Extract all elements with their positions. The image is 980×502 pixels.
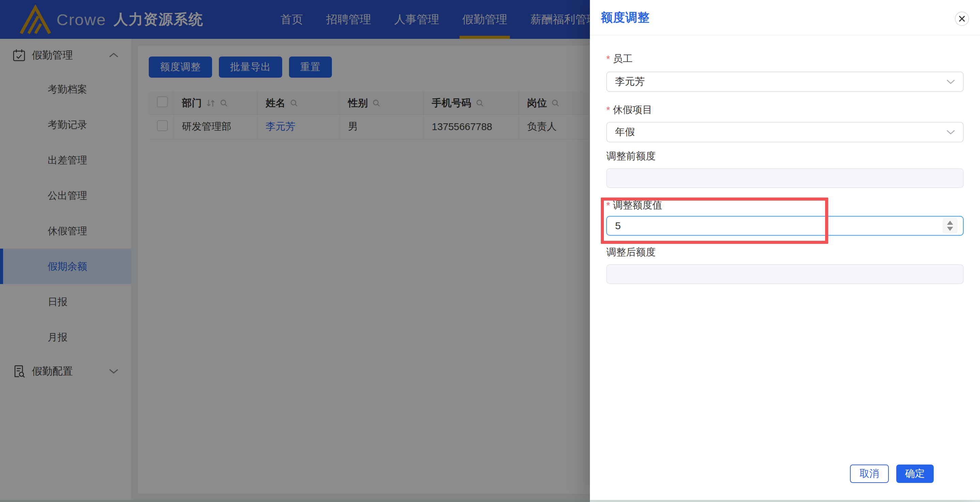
- required-asterisk: *: [606, 200, 610, 211]
- field-label-employee: * 员工: [606, 53, 964, 65]
- field-label-quota-after: 调整后额度: [606, 247, 964, 258]
- application-window: Crowe 人力资源系统 首页 招聘管理 人事管理 假勤管理 薪酬福利管理 假勤…: [0, 0, 980, 502]
- quota-adjust-drawer: 额度调整 * 员工 李元芳: [590, 0, 980, 500]
- adjust-value-number-input[interactable]: 5: [606, 216, 964, 236]
- field-label-leave-type: * 休假项目: [606, 104, 964, 116]
- stepper-up-icon[interactable]: [947, 221, 953, 225]
- number-stepper[interactable]: [943, 218, 958, 234]
- stepper-down-icon[interactable]: [947, 227, 953, 231]
- chevron-down-icon: [946, 129, 956, 135]
- adjust-value: 5: [615, 220, 621, 231]
- cancel-button[interactable]: 取消: [850, 465, 889, 483]
- drawer-footer: 取消 确定: [850, 465, 934, 483]
- required-asterisk: *: [606, 105, 610, 116]
- drawer-header: 额度调整: [590, 0, 980, 35]
- required-asterisk: *: [606, 53, 610, 65]
- chevron-down-icon: [946, 79, 956, 84]
- employee-select[interactable]: 李元芳: [606, 72, 964, 92]
- employee-select-value: 李元芳: [615, 75, 645, 89]
- close-icon[interactable]: [955, 11, 969, 26]
- confirm-button[interactable]: 确定: [896, 465, 934, 483]
- leave-type-select-value: 年假: [615, 125, 635, 139]
- drawer-body: * 员工 李元芳 * 休假项目 年假: [590, 53, 980, 284]
- leave-type-select[interactable]: 年假: [606, 122, 964, 142]
- field-label-quota-before: 调整前额度: [606, 151, 964, 162]
- quota-before-input: [606, 168, 964, 188]
- quota-after-input: [606, 264, 964, 284]
- field-label-adjust-value: * 调整额度值: [606, 199, 964, 211]
- drawer-title: 额度调整: [601, 10, 650, 25]
- drawer-mask[interactable]: [0, 0, 590, 502]
